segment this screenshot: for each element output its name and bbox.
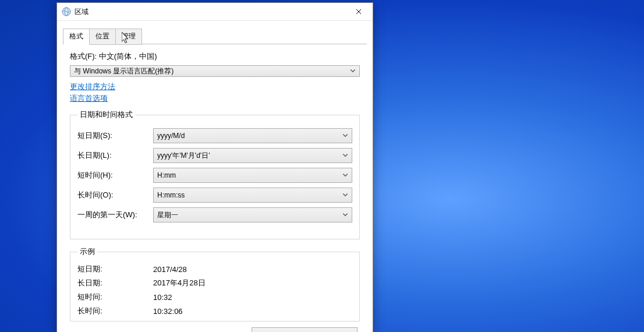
link-language-pref[interactable]: 语言首选项 xyxy=(70,93,108,104)
short-time-label: 短时间(H): xyxy=(77,170,153,181)
example-long-date-value: 2017年4月28日 xyxy=(153,278,352,288)
desktop-background: 区域 格式 位置 管理 格式(F): 中文(简体，中国) 与 Windows 显… xyxy=(0,0,644,332)
tab-admin[interactable]: 管理 xyxy=(115,29,142,45)
example-long-time-label: 长时间: xyxy=(77,306,153,316)
example-short-date-label: 短日期: xyxy=(77,264,153,274)
long-date-combo[interactable]: yyyy'年'M'月'd'日' xyxy=(153,148,352,163)
short-date-combo[interactable]: yyyy/M/d xyxy=(153,128,352,143)
chevron-down-icon xyxy=(342,133,348,139)
tab-format[interactable]: 格式 xyxy=(63,29,90,45)
first-day-combo[interactable]: 星期一 xyxy=(153,207,352,222)
chevron-down-icon xyxy=(350,68,356,74)
example-long-time-value: 10:32:06 xyxy=(153,307,352,316)
region-dialog: 区域 格式 位置 管理 格式(F): 中文(简体，中国) 与 Windows 显… xyxy=(56,2,373,332)
example-long-date-label: 长日期: xyxy=(77,278,153,288)
long-time-combo[interactable]: H:mm:ss xyxy=(153,188,352,203)
button-row: 其他设置(D)... xyxy=(70,327,360,332)
chevron-down-icon xyxy=(342,192,348,198)
long-time-label: 长时间(O): xyxy=(77,190,153,200)
example-short-time-value: 10:32 xyxy=(153,293,352,302)
long-date-label: 长日期(L): xyxy=(77,150,153,161)
tab-content-format: 格式(F): 中文(简体，中国) 与 Windows 显示语言匹配(推荐) 更改… xyxy=(57,44,373,332)
example-short-date-value: 2017/4/28 xyxy=(153,265,352,274)
short-time-combo[interactable]: H:mm xyxy=(153,168,352,183)
region-icon xyxy=(62,7,71,16)
fieldset-datetime-legend: 日期和时间格式 xyxy=(77,110,135,120)
chevron-down-icon xyxy=(342,153,348,158)
format-label: 格式(F): 中文(简体，中国) xyxy=(70,51,360,62)
first-day-label: 一周的第一天(W): xyxy=(77,210,153,220)
fieldset-datetime: 日期和时间格式 短日期(S): yyyy/M/d 长日期(L): yyyy'年'… xyxy=(70,110,360,239)
short-date-label: 短日期(S): xyxy=(77,130,153,141)
titlebar: 区域 xyxy=(57,3,373,21)
tab-location[interactable]: 位置 xyxy=(89,29,116,45)
tab-strip: 格式 位置 管理 xyxy=(63,28,367,44)
close-button[interactable] xyxy=(346,3,371,20)
chevron-down-icon xyxy=(342,172,348,178)
format-combo-value: 与 Windows 显示语言匹配(推荐) xyxy=(74,66,174,76)
example-short-time-label: 短时间: xyxy=(77,292,153,302)
format-combo[interactable]: 与 Windows 显示语言匹配(推荐) xyxy=(70,65,360,77)
fieldset-example-legend: 示例 xyxy=(77,246,97,257)
window-title: 区域 xyxy=(75,7,346,17)
chevron-down-icon xyxy=(342,212,348,218)
other-settings-button[interactable]: 其他设置(D)... xyxy=(252,327,358,332)
fieldset-example: 示例 短日期: 2017/4/28 长日期: 2017年4月28日 短时间: 1… xyxy=(70,246,360,322)
link-change-sort[interactable]: 更改排序方法 xyxy=(70,82,115,92)
